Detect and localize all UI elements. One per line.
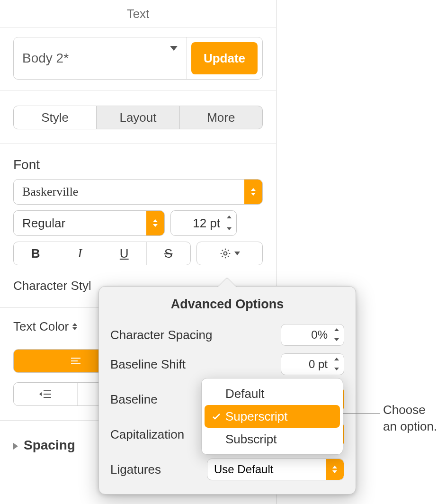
menu-item-label: Subscript [225, 432, 277, 447]
checkmark-icon [212, 413, 225, 420]
baseline-option-superscript[interactable]: Superscript [205, 405, 340, 428]
font-family-value: Baskerville [14, 185, 244, 199]
ligatures-value: Use Default [207, 463, 326, 476]
character-spacing-stepper[interactable] [330, 325, 343, 344]
paragraph-style-section: Body 2* Update [0, 27, 276, 80]
stepper-icon [326, 459, 344, 480]
ligatures-label: Ligatures [110, 462, 207, 477]
panel-title: Text [0, 0, 276, 27]
inspector-tabs: Style Layout More [13, 106, 263, 129]
callout-line-2: an option. [383, 419, 437, 433]
character-spacing-value: 0% [311, 328, 328, 342]
font-family-dropdown[interactable]: Baskerville [13, 179, 263, 205]
font-weight-value: Regular [14, 216, 146, 231]
update-style-button[interactable]: Update [191, 42, 258, 74]
disclosure-triangle-icon [13, 438, 19, 453]
align-left-icon [70, 357, 81, 365]
svg-marker-7 [39, 392, 42, 396]
baseline-option-subscript[interactable]: Subscript [205, 428, 340, 450]
svg-point-0 [224, 252, 227, 255]
menu-item-label: Superscript [225, 409, 288, 424]
tab-style[interactable]: Style [14, 106, 97, 129]
italic-button[interactable]: I [58, 242, 103, 265]
baseline-shift-row: Baseline Shift 0 pt [99, 350, 356, 379]
text-color-label: Text Color [13, 319, 69, 334]
callout-text: Choose an option. [383, 402, 437, 435]
ligatures-row: Ligatures Use Default [99, 449, 356, 489]
menu-item-label: Default [225, 387, 264, 401]
chevron-down-icon [234, 252, 240, 255]
paragraph-style-row: Body 2* Update [13, 37, 263, 80]
text-color-dropdown[interactable] [72, 323, 77, 330]
ligatures-dropdown[interactable]: Use Default [207, 459, 344, 480]
callout-line-1: Choose [383, 403, 426, 417]
baseline-shift-stepper[interactable] [330, 355, 343, 374]
advanced-options-button[interactable] [196, 242, 263, 265]
font-heading: Font [0, 144, 276, 179]
strikethrough-button[interactable]: S [147, 242, 191, 265]
popover-title: Advanced Options [99, 287, 356, 320]
decrease-indent-icon [39, 389, 52, 399]
svg-marker-8 [13, 443, 18, 450]
tab-layout[interactable]: Layout [97, 106, 179, 129]
font-size-field[interactable]: 12 pt [170, 210, 237, 236]
character-spacing-label: Character Spacing [110, 328, 281, 342]
stepper-icon [146, 211, 164, 235]
underline-button[interactable]: U [102, 242, 147, 265]
stepper-icon [244, 180, 262, 204]
font-weight-dropdown[interactable]: Regular [13, 210, 165, 236]
tab-more[interactable]: More [180, 106, 262, 129]
baseline-shift-value: 0 pt [309, 358, 328, 371]
chevron-down-icon [170, 51, 178, 66]
callout-leader-line [340, 413, 380, 414]
character-spacing-field[interactable]: 0% [281, 324, 344, 346]
character-spacing-row: Character Spacing 0% [99, 320, 356, 350]
paragraph-style-dropdown[interactable]: Body 2* [14, 37, 187, 79]
paragraph-style-name: Body 2* [22, 51, 69, 66]
baseline-shift-label: Baseline Shift [110, 357, 281, 372]
text-format-group: B I U S [13, 242, 191, 265]
gear-icon [219, 247, 232, 260]
baseline-option-default[interactable]: Default [205, 382, 340, 405]
decrease-indent-button[interactable] [14, 383, 78, 405]
bold-button[interactable]: B [14, 242, 58, 265]
spacing-label: Spacing [24, 438, 75, 453]
baseline-shift-field[interactable]: 0 pt [281, 353, 344, 375]
font-size-value: 12 pt [193, 216, 220, 231]
font-size-stepper[interactable] [223, 212, 235, 234]
baseline-menu: Default Superscript Subscript [201, 378, 343, 455]
